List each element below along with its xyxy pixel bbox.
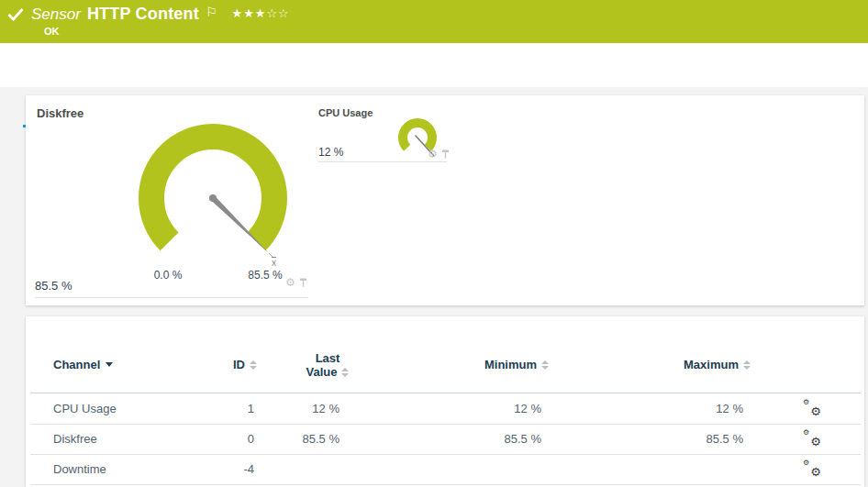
column-label: Channel (53, 358, 100, 371)
cell-maximum: 12 % (606, 393, 743, 424)
cell-last-value: 12 % (220, 393, 339, 424)
tab-bar: Overview Live Data 2 days 30 days 3 (0, 43, 868, 87)
check-icon (7, 7, 24, 21)
column-header-maximum[interactable]: Maximum (613, 358, 751, 371)
pin-icon[interactable] (299, 278, 307, 288)
gears-icon[interactable]: ⚙⚙ (803, 428, 821, 447)
column-header-minimum[interactable]: Minimum (411, 358, 549, 371)
sensor-status-bar: Sensor HTTP Content ⚐ ★★★☆☆ OK (0, 0, 868, 43)
column-label: Minimum (484, 358, 537, 371)
stars-empty[interactable]: ☆☆ (266, 6, 289, 20)
cpu-gauge-arc (403, 123, 432, 148)
cell-maximum: 85.5 % (606, 424, 743, 454)
cell-minimum: 85.5 % (404, 424, 541, 454)
row-divider (30, 484, 861, 485)
sort-icon (541, 360, 549, 370)
cpu-tile-divider (318, 161, 447, 162)
gauge-title-diskfree: Diskfree (37, 106, 83, 120)
column-header-id[interactable]: ID (145, 358, 257, 371)
sensor-overview-page: Sensor HTTP Content ⚐ ★★★☆☆ OK Overview (0, 0, 868, 487)
column-label: Last (316, 351, 340, 365)
cell-maximum (606, 454, 743, 484)
gear-icon[interactable]: ⚙ (285, 277, 295, 288)
star-rating[interactable]: ★★★☆☆ (232, 6, 290, 20)
column-header-last-value[interactable]: Last Value (282, 351, 373, 379)
sensor-title: HTTP Content (87, 5, 199, 24)
cell-minimum: 12 % (404, 393, 541, 424)
diskfree-tile-divider (35, 297, 308, 298)
cpu-tile-buttons: ⚙ (428, 149, 450, 160)
column-header-channel[interactable]: Channel (53, 358, 113, 371)
priority-flag-icon[interactable]: ⚐ (206, 5, 217, 19)
gauge-scale-max: 85.5 % (239, 269, 291, 282)
gauge-value-cpu: 12 % (318, 146, 343, 159)
stars-filled[interactable]: ★★★ (232, 6, 267, 20)
cell-last-value (220, 454, 339, 484)
cell-channel: Downtime (53, 454, 106, 484)
cell-minimum (404, 454, 541, 484)
sort-caret-icon (106, 362, 113, 367)
gauge-value-diskfree: 85.5 % (35, 279, 72, 293)
sort-icon (743, 360, 751, 370)
column-label: Value (306, 365, 338, 379)
sort-icon (250, 360, 257, 370)
cell-channel: Diskfree (53, 424, 97, 454)
gears-icon[interactable]: ⚙⚙ (803, 459, 821, 477)
pin-icon[interactable] (441, 149, 450, 160)
sensor-title-row: Sensor HTTP Content ⚐ ★★★☆☆ (7, 5, 290, 24)
gauge-mean-marker: x (272, 257, 276, 268)
gear-icon[interactable]: ⚙ (428, 149, 438, 160)
channels-table-panel: Channel ID Last Value Minimum Maximum CP… (26, 316, 864, 487)
sort-icon (341, 368, 349, 377)
gears-icon[interactable]: ⚙⚙ (803, 398, 821, 416)
column-label: ID (233, 358, 245, 371)
gauge-title-cpu: CPU Usage (318, 107, 373, 118)
sensor-type-label: Sensor (31, 6, 81, 24)
channel-settings-button[interactable]: ⚙⚙ (803, 458, 821, 487)
gauge-scale-min: 0.0 % (142, 269, 194, 282)
diskfree-tile-buttons: ⚙ (285, 277, 307, 288)
overview-gauges-panel: Diskfree 0.0 % 85.5 % x 85.5 % ⚙ CPU Usa… (26, 95, 864, 305)
status-badge: OK (44, 26, 60, 37)
diskfree-gauge-arc (151, 137, 274, 241)
cell-channel: CPU Usage (53, 393, 117, 424)
cell-last-value: 85.5 % (220, 424, 339, 454)
column-label: Maximum (684, 358, 739, 371)
